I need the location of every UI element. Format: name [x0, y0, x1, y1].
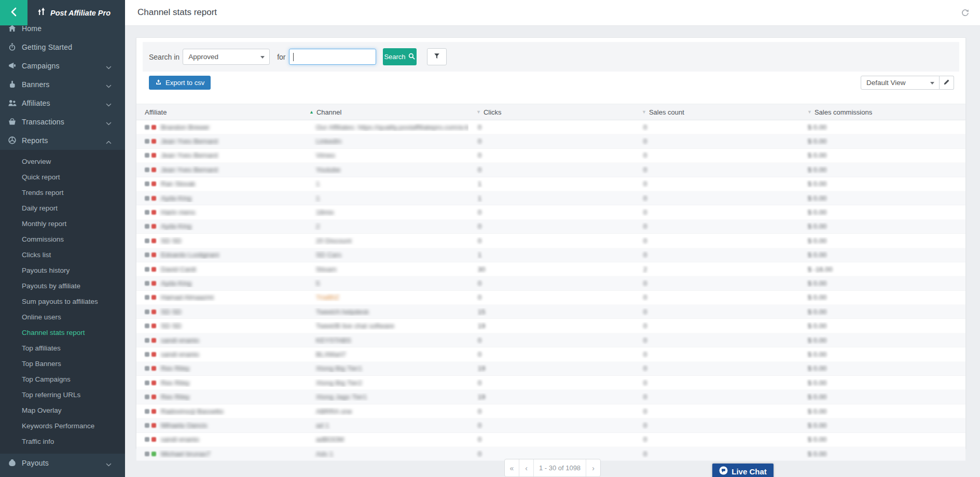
affiliate-type-icon: [145, 252, 149, 257]
sidebar-subitem-keywords-performance[interactable]: Keywords Performance: [0, 418, 125, 434]
channel-cell: Xtong Big Tier1: [301, 364, 468, 372]
affiliate-name: Edoardo Lustignani: [161, 251, 219, 259]
search-button[interactable]: Search: [383, 48, 417, 65]
affiliate-cell: sandi enanio: [136, 336, 301, 344]
sidebar-subitem-trends-report[interactable]: Trends report: [0, 185, 125, 201]
sidebar-item-getting-started[interactable]: Getting Started: [0, 38, 125, 57]
export-csv-button[interactable]: Export to csv: [149, 76, 211, 90]
commission-cell: $ 0.00: [799, 293, 967, 301]
affiliate-cell: Rex Riley: [136, 379, 301, 387]
column-header-affiliate[interactable]: Affiliate: [136, 108, 301, 116]
basket-icon: [8, 117, 17, 127]
sort-asc-icon: ▲: [309, 109, 314, 115]
commission-cell: $ 0.00: [799, 151, 967, 159]
affiliate-name: SD SD: [161, 322, 182, 330]
affiliate-cell: Ayda King: [136, 194, 301, 202]
sidebar-subitem-top-campaigns[interactable]: Top Campaigns: [0, 372, 125, 387]
clicks-cell: 0: [468, 379, 634, 387]
edit-view-button[interactable]: [940, 76, 954, 90]
affiliate-name: Mihaela Oancis: [161, 422, 208, 429]
sidebar-item-transactions[interactable]: Transactions: [0, 113, 125, 131]
affiliate-name: Jean Yves Bernard: [161, 137, 218, 145]
affiliate-cell: Jean Yves Bernard: [136, 151, 301, 159]
back-button[interactable]: [0, 0, 27, 25]
sidebar-subitem-map-overlay[interactable]: Map Overlay: [0, 403, 125, 418]
channel-cell: Youtube: [301, 166, 468, 174]
table-row: Ayda King 1 1 0 $ 0.00: [136, 191, 965, 205]
view-select[interactable]: Default View: [861, 76, 940, 90]
table-row: Jean Yves Bernard Vimeo 0 0 $ 0.00: [136, 149, 965, 163]
filter-button[interactable]: [427, 48, 447, 65]
sidebar-subitem-monthly-report[interactable]: Monthly report: [0, 216, 125, 232]
channel-cell: 1: [301, 180, 468, 188]
view-select-value: Default View: [866, 79, 906, 87]
table-row: Rex Riley Xtong Jago Tier1 19 0 $ 0.00: [136, 390, 965, 404]
sidebar-subitem-overview[interactable]: Overview: [0, 154, 125, 170]
prev-page-button[interactable]: ‹: [519, 459, 534, 476]
affiliate-type-icon: [145, 366, 149, 371]
search-input[interactable]: [289, 49, 376, 65]
refresh-icon[interactable]: [961, 8, 970, 17]
status-icon: [151, 324, 156, 328]
commission-cell: $ 0.00: [799, 208, 967, 216]
live-chat-button[interactable]: Live Chat: [712, 464, 774, 477]
first-page-button[interactable]: «: [505, 459, 519, 476]
sidebar-subitem-clicks-list[interactable]: Clicks list: [0, 247, 125, 263]
next-page-button[interactable]: ›: [586, 459, 600, 476]
clicks-cell: 0: [468, 350, 634, 358]
sidebar-item-affiliates[interactable]: Affiliates: [0, 94, 125, 113]
column-header-channel[interactable]: ▲ Channel: [301, 108, 468, 116]
affiliate-type-icon: [145, 352, 149, 357]
column-header-sales-count[interactable]: ▼ Sales count: [634, 108, 799, 116]
sidebar-subitem-top-affiliates[interactable]: Top affiliates: [0, 341, 125, 356]
column-header-clicks[interactable]: ▼ Clicks: [468, 108, 634, 116]
sidebar-subitem-top-referring-urls[interactable]: Top referring URLs: [0, 387, 125, 403]
sidebar-subitem-top-banners[interactable]: Top Banners: [0, 356, 125, 372]
affiliate-name: Michael brunax7: [161, 450, 210, 458]
search-in-select[interactable]: Approved: [183, 49, 270, 65]
sidebar-subitem-sum-payouts-to-affiliates[interactable]: Sum payouts to affiliates: [0, 294, 125, 310]
affiliate-cell: Rex Riley: [136, 364, 301, 372]
affiliate-name: sandi enanio: [161, 436, 199, 443]
affiliate-type-icon: [145, 267, 149, 272]
status-icon: [151, 452, 156, 456]
sidebar-item-payouts[interactable]: Payouts: [0, 454, 125, 472]
sales-count-cell: 0: [634, 123, 799, 131]
sidebar-item-banners[interactable]: Banners: [0, 75, 125, 94]
sidebar-subitem-daily-report[interactable]: Daily report: [0, 201, 125, 216]
affiliate-name: Ayda King: [161, 279, 191, 287]
table-row: Edoardo Lustignani SD Cars 1 0 $ 0.00: [136, 248, 965, 262]
channel-cell: Xtong Big Tier2: [301, 379, 468, 387]
affiliate-cell: SD SD: [136, 322, 301, 330]
magnifier-icon: [408, 53, 415, 61]
channel-cell: Our Affiliates: https://quality.postaffi…: [301, 123, 468, 131]
sidebar-subitem-payouts-by-affiliate[interactable]: Payouts by affiliate: [0, 278, 125, 294]
affiliate-cell: Jean Yves Bernard: [136, 137, 301, 145]
commission-cell: $ 0.00: [799, 422, 967, 429]
sidebar-subitem-quick-report[interactable]: Quick report: [0, 170, 125, 185]
sales-count-cell: 0: [634, 322, 799, 330]
table-row: Jean Yves Bernard LinkedIn 0 0 $ 0.00: [136, 134, 965, 148]
sales-count-cell: 0: [634, 251, 799, 259]
sidebar-subitem-traffic-info[interactable]: Traffic info: [0, 434, 125, 450]
sidebar-subitem-channel-stats-report[interactable]: Channel stats report: [0, 325, 125, 341]
commission-cell: $ 0.00: [799, 350, 967, 358]
sidebar-item-campaigns[interactable]: Campaigns: [0, 57, 125, 75]
table-header: Affiliate ▲ Channel ▼ Clicks ▼ Sales cou…: [136, 104, 965, 120]
affiliate-cell: Ayda King: [136, 222, 301, 230]
table-row: Ayda King 5 0 0 $ 0.00: [136, 276, 965, 290]
column-header-sales-commissions[interactable]: ▼ Sales commissions: [799, 108, 967, 116]
sidebar-subitem-commissions[interactable]: Commissions: [0, 232, 125, 247]
report-card: Search in Approved for Search: [136, 37, 966, 448]
sidebar-item-reports[interactable]: Reports: [0, 131, 125, 150]
sidebar-subitem-payouts-history[interactable]: Payouts history: [0, 263, 125, 278]
users-icon: [8, 99, 17, 108]
table-body: Brandon Brewer Our Affiliates: https://q…: [136, 120, 965, 461]
affiliate-name: Rex Riley: [161, 364, 190, 372]
chevron-left-icon: [10, 7, 18, 19]
affiliate-cell: Ayda King: [136, 279, 301, 287]
pencil-icon: [943, 79, 950, 87]
sidebar-subitem-online-users[interactable]: Online users: [0, 310, 125, 325]
sort-desc-icon: ▼: [476, 109, 481, 115]
table-row: Rex Riley Xtong Big Tier2 0 0 $ 0.00: [136, 376, 965, 390]
